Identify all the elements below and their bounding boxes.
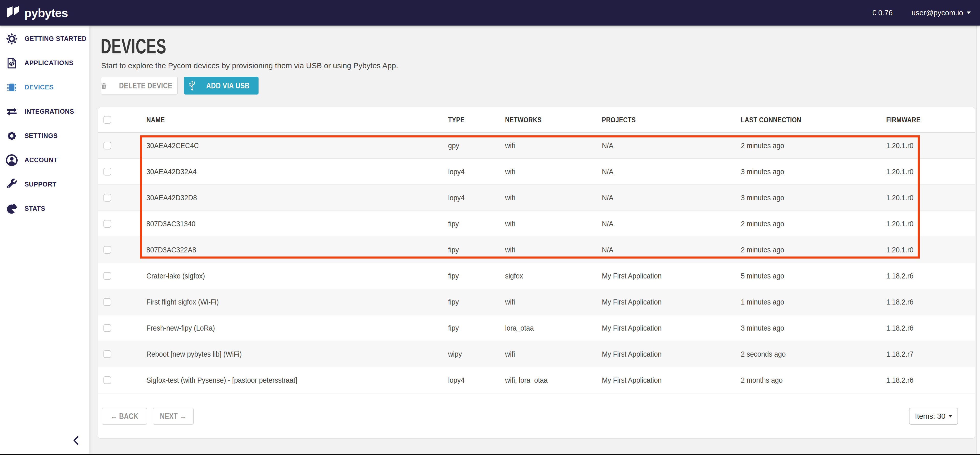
- sun-icon: [6, 33, 18, 45]
- cell-firmware: 1.18.2.r6: [886, 272, 975, 280]
- cell-name: 30AEA42CEC4C: [146, 142, 448, 150]
- row-checkbox[interactable]: [103, 376, 111, 384]
- cell-firmware: 1.20.1.r0: [886, 142, 975, 150]
- wrench-icon: [6, 178, 18, 191]
- sidebar-item-label: STATS: [24, 205, 45, 212]
- pycom-flags-icon: [6, 6, 21, 20]
- cell-last-connection: 2 months ago: [741, 376, 886, 385]
- sidebar-item-label: SETTINGS: [24, 132, 58, 140]
- cell-last-connection: 3 minutes ago: [741, 324, 886, 332]
- delete-device-button[interactable]: DELETE DEVICE: [101, 76, 178, 94]
- cell-projects: My First Application: [602, 350, 741, 358]
- table-row[interactable]: Sigfox-test (with Pysense) - [pastoor pe…: [98, 368, 975, 393]
- cell-projects: My First Application: [602, 324, 741, 332]
- row-checkbox[interactable]: [103, 142, 111, 150]
- sidebar-item-support[interactable]: SUPPORT: [0, 172, 89, 196]
- table-row[interactable]: 807D3AC31340fipywifiN/A2 minutes ago1.20…: [98, 211, 975, 237]
- caret-down-icon: [948, 415, 952, 417]
- page-description: Start to explore the Pycom devices by pr…: [101, 61, 398, 70]
- scrollbar[interactable]: [976, 25, 980, 454]
- table-row[interactable]: First flight sigfox (Wi-Fi)fipywifiMy Fi…: [98, 289, 975, 315]
- back-button[interactable]: ← BACK: [102, 408, 147, 425]
- cell-last-connection: 5 minutes ago: [741, 272, 886, 280]
- row-checkbox[interactable]: [103, 324, 111, 332]
- row-checkbox-cell: [98, 298, 146, 306]
- sidebar-item-label: INTEGRATIONS: [24, 108, 74, 115]
- sidebar-item-stats[interactable]: STATS: [0, 196, 89, 221]
- items-per-page-dropdown[interactable]: Items: 30: [909, 408, 958, 425]
- table-row[interactable]: 30AEA42D32D8lopy4wifiN/A3 minutes ago1.2…: [98, 185, 975, 211]
- sidebar-item-label: APPLICATIONS: [24, 59, 73, 67]
- cell-networks: lora_otaa: [505, 324, 602, 332]
- cell-last-connection: 3 minutes ago: [741, 194, 886, 202]
- sidebar-item-getting-started[interactable]: GETTING STARTED: [0, 27, 89, 51]
- cell-projects: N/A: [602, 194, 741, 202]
- chevron-left-icon: [72, 435, 80, 447]
- sidebar-item-integrations[interactable]: INTEGRATIONS: [0, 99, 89, 124]
- usb-icon: [188, 80, 197, 91]
- row-checkbox-cell: [98, 272, 146, 280]
- row-checkbox[interactable]: [103, 350, 111, 358]
- chip-icon: [6, 81, 18, 94]
- pie-chart-icon: [6, 203, 18, 215]
- row-checkbox[interactable]: [103, 220, 111, 228]
- row-checkbox-cell: [98, 168, 146, 175]
- row-checkbox[interactable]: [103, 298, 111, 306]
- table-row[interactable]: Reboot [new pybytes lib] (WiFi)wipywifiM…: [98, 341, 975, 368]
- row-checkbox-cell: [98, 246, 146, 254]
- sidebar-item-applications[interactable]: APPLICATIONS: [0, 51, 89, 75]
- cell-last-connection: 1 minutes ago: [741, 298, 886, 306]
- row-checkbox[interactable]: [103, 272, 111, 280]
- sidebar-item-account[interactable]: ACCOUNT: [0, 148, 89, 172]
- cell-last-connection: 2 seconds ago: [741, 350, 886, 358]
- table-row[interactable]: 807D3AC322A8fipywifiN/A2 minutes ago1.20…: [98, 237, 975, 263]
- cell-firmware: 1.18.2.r6: [886, 324, 975, 332]
- cell-type: wipy: [448, 350, 505, 358]
- table-row[interactable]: Fresh-new-fipy (LoRa)fipylora_otaaMy Fir…: [98, 315, 975, 341]
- code-file-icon: [6, 57, 18, 69]
- cell-networks: wifi, lora_otaa: [505, 376, 602, 385]
- table-row[interactable]: 30AEA42CEC4CgpywifiN/A2 minutes ago1.20.…: [98, 133, 975, 159]
- add-via-usb-button[interactable]: ADD VIA USB: [184, 76, 259, 94]
- table-row[interactable]: 30AEA42D32A4lopy4wifiN/A3 minutes ago1.2…: [98, 159, 975, 185]
- cell-firmware: 1.20.1.r0: [886, 246, 975, 254]
- cell-name: First flight sigfox (Wi-Fi): [146, 298, 448, 306]
- select-all-checkbox[interactable]: [103, 116, 111, 124]
- header-checkbox-cell: [98, 116, 146, 124]
- cell-projects: N/A: [602, 246, 741, 254]
- column-header-firmware: FIRMWARE: [886, 116, 975, 124]
- row-checkbox[interactable]: [103, 194, 111, 202]
- trash-icon: [100, 81, 108, 90]
- user-menu[interactable]: user@pycom.io: [912, 9, 971, 17]
- cell-name: 30AEA42D32D8: [146, 194, 448, 202]
- row-checkbox-cell: [98, 194, 146, 202]
- cell-projects: N/A: [602, 168, 741, 176]
- cell-networks: wifi: [505, 220, 602, 228]
- toolbar: DELETE DEVICE ADD VIA USB: [101, 76, 259, 94]
- cell-name: Crater-lake (sigfox): [146, 272, 448, 280]
- sidebar-collapse-button[interactable]: [70, 435, 82, 447]
- cell-firmware: 1.20.1.r0: [886, 194, 975, 202]
- cell-networks: sigfox: [505, 272, 602, 280]
- chevron-down-icon: [967, 11, 971, 14]
- column-header-name: NAME: [146, 116, 448, 124]
- sidebar-item-devices[interactable]: DEVICES: [0, 75, 89, 99]
- cell-type: lopy4: [448, 376, 505, 385]
- window-bottom-edge: [0, 454, 980, 455]
- row-checkbox-cell: [98, 324, 146, 332]
- cell-networks: wifi: [505, 246, 602, 254]
- row-checkbox-cell: [98, 350, 146, 358]
- table-row[interactable]: Crater-lake (sigfox)fipysigfoxMy First A…: [98, 263, 975, 289]
- top-navbar: pybytes € 0.76 user@pycom.io: [0, 0, 980, 25]
- next-button[interactable]: NEXT →: [153, 408, 194, 425]
- pybytes-logo[interactable]: pybytes: [6, 6, 68, 20]
- cell-networks: wifi: [505, 142, 602, 150]
- column-header-type: TYPE: [448, 116, 505, 124]
- sidebar-item-label: DEVICES: [24, 84, 54, 91]
- row-checkbox[interactable]: [103, 246, 111, 254]
- sidebar-item-settings[interactable]: SETTINGS: [0, 124, 89, 148]
- cell-firmware: 1.20.1.r0: [886, 220, 975, 228]
- cell-firmware: 1.18.2.r7: [886, 350, 975, 358]
- person-icon: [6, 154, 18, 166]
- row-checkbox[interactable]: [103, 168, 111, 175]
